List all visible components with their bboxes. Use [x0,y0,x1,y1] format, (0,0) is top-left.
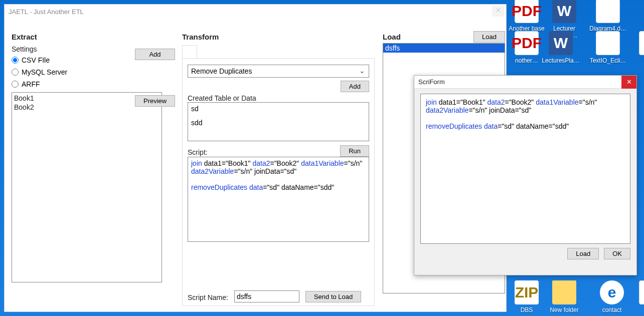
desktop-icon-r2c3[interactable]: TextIO_Ecli… [588,31,628,64]
script-label: Script: [188,148,208,156]
desktop-icon-label: u [631,57,644,64]
scriform-window: ScriForm ✕ join data1="Book1" data2="Boo… [414,75,637,275]
desktop-icon-label: DBS [507,306,547,313]
file-icon: ZIP [515,280,539,304]
file-icon [639,31,644,55]
scriform-title: ScriForm [418,78,445,86]
titlebar[interactable]: JAETL - Just Another ETL ✕ [5,5,506,19]
send-to-load-button[interactable]: Send to Load [305,291,361,302]
run-button[interactable]: Run [340,145,369,157]
list-item[interactable]: sdd [191,119,366,127]
file-icon: PDF [515,31,539,55]
desktop-icon-label: TextIO_Ecli… [588,57,628,64]
transform-title: Transform [182,33,375,41]
file-icon [596,31,620,55]
desktop-icon-r3c1[interactable]: ZIPDBS [507,280,547,313]
created-data-box[interactable]: sdsdd [188,102,369,141]
script-name-input[interactable] [234,290,299,302]
scriform-ok-button[interactable]: OK [604,248,630,259]
file-icon [596,0,620,23]
desktop: PDFAnother base …WLecturer Reflecti…Diag… [0,0,644,316]
desktop-icon-r2c4[interactable]: u [631,31,644,64]
scriform-load-button[interactable]: Load [567,248,599,259]
script-name-label: Script Name: [188,293,228,301]
file-icon: PDF [515,0,539,23]
list-item[interactable]: dsffs [383,44,505,53]
books-listbox[interactable]: Book1Book2 [12,92,162,282]
desktop-icon-label: New folder [544,306,584,313]
file-icon: W [552,0,576,23]
transform-panel: Transform Remove Duplicates Add Created … [178,19,379,308]
desktop-icon-label: contact [592,306,632,313]
list-item[interactable]: sd [191,105,366,113]
scriform-textbox[interactable]: join data1="Book1" data2="Book2" data1Va… [420,94,630,244]
script-box[interactable]: join data1="Book1" data2="Book2" data1Va… [188,157,369,242]
radio-arff-input[interactable] [12,81,19,88]
load-button[interactable]: Load [473,31,505,43]
transform-tab[interactable] [182,45,197,58]
desktop-icon-r3c4[interactable]: PD [631,280,644,313]
load-title: Load [383,33,401,41]
file-icon: e [600,280,624,304]
desktop-icon-r3c2[interactable]: New folder [544,280,584,313]
scriform-close-icon[interactable]: ✕ [621,76,636,89]
file-icon [639,280,644,304]
extract-title: Extract [12,33,174,41]
transform-add-button[interactable]: Add [341,81,369,92]
desktop-icon-label: LecturesPla… [541,57,581,64]
window-title: JAETL - Just Another ETL [9,8,84,16]
extract-panel: Extract Settings CSV FIle MySQL Server A… [8,19,178,308]
desktop-icon-r3c3[interactable]: econtact [592,280,632,313]
radio-csv-input[interactable] [12,57,19,64]
scriform-titlebar[interactable]: ScriForm ✕ [414,76,636,89]
close-icon[interactable]: ✕ [492,6,504,17]
desktop-icon-label: PD [631,306,644,313]
radio-mysql-input[interactable] [12,69,19,76]
add-button[interactable]: Add [135,49,175,60]
operation-select[interactable]: Remove Duplicates [188,65,369,78]
desktop-icon-r2c2[interactable]: WLecturesPla… [541,31,581,64]
created-label: Created Table or Data [188,94,369,102]
file-icon: W [549,31,573,55]
desktop-icon-r1c3[interactable]: Diagram4.d… [588,0,628,32]
preview-button[interactable]: Preview [135,95,175,107]
file-icon [552,280,576,304]
